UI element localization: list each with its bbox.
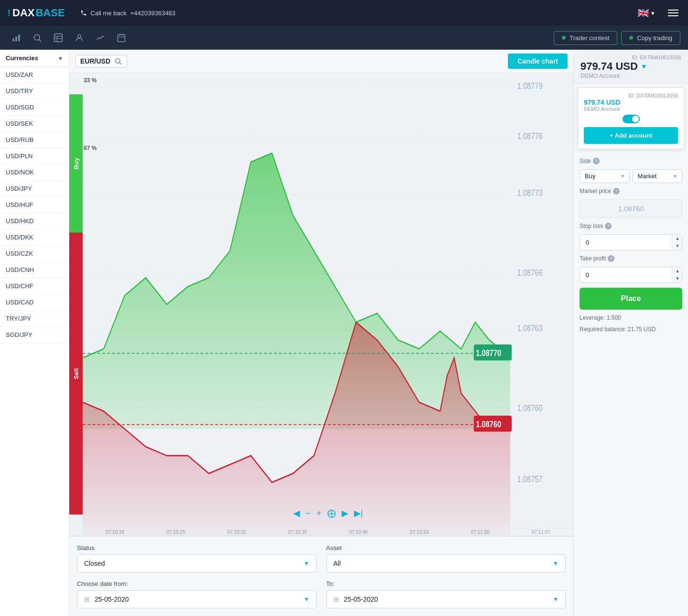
- account-dropdown: ID: DXTAM10013556 979.74 USD DEMO Accoun…: [578, 87, 684, 149]
- sell-bar[interactable]: Sell: [69, 233, 83, 515]
- chart-bar-icon-btn[interactable]: [8, 29, 25, 46]
- symbol-search[interactable]: EUR/USD: [75, 55, 127, 67]
- stop-loss-up-btn[interactable]: ▲: [672, 235, 682, 242]
- sidebar-item[interactable]: USD/PLN: [0, 148, 69, 164]
- play-btn[interactable]: ▶: [342, 508, 348, 519]
- take-profit-input[interactable]: ▲ ▼: [580, 267, 682, 283]
- take-profit-up-btn[interactable]: ▲: [672, 267, 682, 275]
- crosshair-btn[interactable]: ⨁: [327, 508, 336, 519]
- time-label-5: 07:10:46: [349, 530, 368, 535]
- flag-arrow: ▾: [651, 10, 655, 17]
- trade-form: Side ? Buy ▾ Market ▾ Market price ?: [574, 153, 688, 616]
- required-balance-info: Required balance: 21.75 USD: [580, 326, 682, 333]
- copy-dot: [629, 36, 633, 40]
- market-price-display: 1.08760: [580, 199, 682, 218]
- time-labels: 07:10:18 07:10:25 07:10:32 07:10:39 07:1…: [83, 528, 573, 536]
- sidebar-item[interactable]: USD/SEK: [0, 116, 69, 132]
- buy-select[interactable]: Buy ▾: [580, 169, 630, 183]
- asset-filter-select[interactable]: All ▼: [326, 554, 566, 573]
- zoom-out-btn[interactable]: −: [306, 508, 311, 519]
- sidebar-item[interactable]: USD/HKD: [0, 213, 69, 229]
- sidebar-item[interactable]: USD/SGD: [0, 99, 69, 116]
- svg-point-3: [34, 34, 40, 40]
- sidebar-item[interactable]: USD/HUF: [0, 197, 69, 213]
- status-filter-group: Status Closed ▼: [77, 544, 317, 573]
- svg-text:1.08773: 1.08773: [517, 188, 543, 198]
- take-profit-help-icon[interactable]: ?: [608, 255, 614, 262]
- end-btn[interactable]: ▶|: [354, 508, 363, 519]
- sidebar-item[interactable]: USD/CZK: [0, 246, 69, 262]
- market-select[interactable]: Market ▾: [633, 169, 683, 183]
- sidebar-item[interactable]: USD/ZAR: [0, 67, 69, 83]
- chart-container: Buy Sell 33 % 67 % 1.08779 1.08776 1.087…: [69, 73, 573, 536]
- market-price-label-row: Market price ?: [580, 188, 682, 195]
- take-profit-value[interactable]: [580, 268, 672, 282]
- balance-dropdown-arrow[interactable]: ▼: [641, 63, 647, 70]
- svg-rect-5: [54, 34, 63, 42]
- stop-loss-input[interactable]: ▲ ▼: [580, 234, 682, 250]
- asset-filter-label: Asset: [326, 544, 566, 551]
- svg-text:1.08770: 1.08770: [476, 348, 501, 358]
- market-price-text: Market price: [580, 188, 611, 195]
- add-account-btn[interactable]: + Add account: [584, 127, 678, 144]
- sidebar-item[interactable]: USD/NOK: [0, 164, 69, 181]
- svg-text:1.08779: 1.08779: [517, 81, 543, 91]
- svg-line-15: [119, 63, 121, 65]
- sidebar-item[interactable]: TRY/JPY: [0, 311, 69, 327]
- sidebar-item[interactable]: USD/CNH: [0, 262, 69, 278]
- status-filter-value: Closed: [84, 560, 105, 567]
- hamburger-menu[interactable]: [666, 8, 680, 18]
- language-selector[interactable]: 🇬🇧 ▾: [637, 7, 655, 19]
- account-balance: 979.74 USD ▼: [580, 60, 681, 73]
- side-label: Side ?: [580, 158, 600, 164]
- stop-loss-text: Stop loss: [580, 223, 603, 229]
- sidebar-dropdown-arrow[interactable]: ▼: [58, 55, 63, 61]
- sidebar-item[interactable]: USD/TRY: [0, 83, 69, 99]
- svg-rect-10: [118, 34, 125, 42]
- time-label-8: 07:11:07: [532, 530, 550, 535]
- calendar-icon-btn[interactable]: [113, 29, 130, 46]
- take-profit-down-btn[interactable]: ▼: [672, 275, 682, 282]
- status-filter-arrow: ▼: [304, 560, 310, 567]
- search-icon-btn[interactable]: [29, 29, 46, 46]
- date-from-value: 25-05-2020: [95, 595, 129, 603]
- date-to-input[interactable]: ⊞ 25-05-2020 ▼: [326, 590, 566, 608]
- sidebar-item[interactable]: USD/CHF: [0, 278, 69, 294]
- stop-loss-help-icon[interactable]: ?: [605, 223, 612, 229]
- copy-trading-btn[interactable]: Copy trading: [621, 31, 680, 45]
- svg-point-14: [116, 59, 120, 63]
- chart-area: EUR/USD Candle chart Buy Sell 33 % 67 %: [69, 50, 573, 536]
- sidebar-item[interactable]: USD/DKK: [0, 229, 69, 246]
- table-icon-btn[interactable]: [50, 29, 67, 46]
- stats-icon-btn[interactable]: [92, 29, 109, 46]
- time-label-1: 07:10:18: [106, 530, 124, 535]
- zoom-in-btn[interactable]: +: [316, 508, 322, 519]
- take-profit-text: Take profit: [580, 255, 606, 262]
- stop-loss-label-row: Stop loss ?: [580, 223, 682, 229]
- sidebar-item[interactable]: USD/CAD: [0, 294, 69, 311]
- side-help-icon[interactable]: ?: [593, 158, 600, 164]
- dropdown-account-id: ID: DXTAM10013556: [584, 93, 678, 98]
- date-from-label: Choose date from:: [77, 580, 317, 587]
- sidebar-item[interactable]: SGD/JPY: [0, 327, 69, 343]
- svg-rect-1: [15, 37, 17, 42]
- prev-btn[interactable]: ◀: [293, 508, 300, 519]
- buy-bar[interactable]: Buy: [69, 94, 83, 233]
- trader-contest-btn[interactable]: Trader contest: [554, 31, 617, 45]
- stop-loss-value[interactable]: [580, 235, 672, 250]
- buy-option: Buy: [585, 173, 595, 180]
- date-from-input[interactable]: ⊞ 25-05-2020 ▼: [77, 590, 317, 608]
- stop-loss-down-btn[interactable]: ▼: [672, 242, 682, 250]
- filter-row: Status Closed ▼ Asset All ▼: [77, 544, 566, 573]
- market-price-help-icon[interactable]: ?: [613, 188, 620, 195]
- svg-line-4: [39, 40, 42, 42]
- person-icon-btn[interactable]: [71, 29, 88, 46]
- sidebar-item[interactable]: USD/RUB: [0, 132, 69, 148]
- sidebar-item[interactable]: USD/JPY: [0, 181, 69, 197]
- candle-chart-btn[interactable]: Candle chart: [508, 54, 568, 69]
- date-to-value: 25-05-2020: [344, 595, 378, 603]
- status-filter-select[interactable]: Closed ▼: [77, 554, 317, 573]
- center-panel: EUR/USD Candle chart Buy Sell 33 % 67 %: [69, 50, 573, 616]
- place-btn[interactable]: Place: [580, 288, 682, 310]
- asset-filter-value: All: [333, 560, 341, 567]
